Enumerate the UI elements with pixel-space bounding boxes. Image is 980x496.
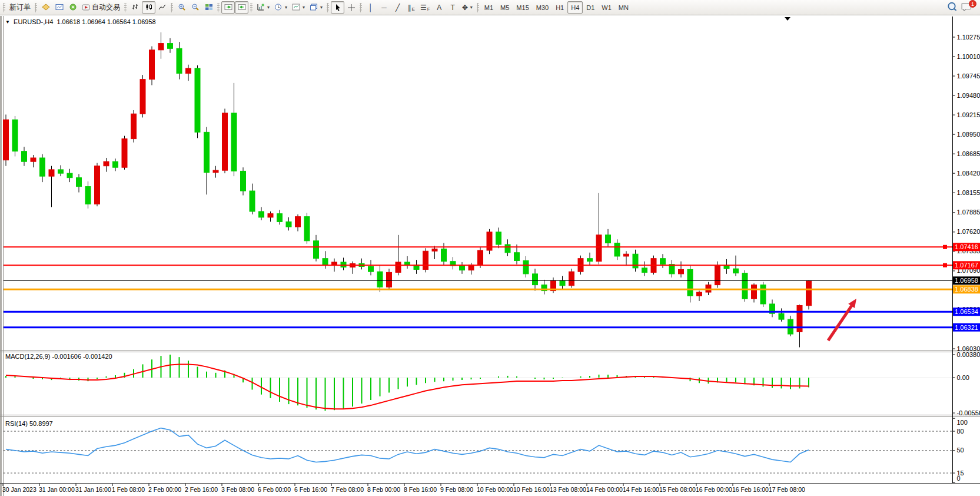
tile-windows-button[interactable]: [202, 1, 215, 14]
time-axis-label: 1 Feb 08:00: [112, 486, 145, 493]
toolbar-grip: [3, 3, 5, 12]
candlestick: [295, 217, 301, 227]
search-icon: [947, 2, 956, 11]
macd-scale-label: -0.005569: [957, 409, 980, 416]
price-badge-label: 1.07167: [955, 262, 978, 269]
notifications-button[interactable]: 1: [961, 2, 973, 13]
candlestick: [432, 249, 437, 252]
cursor-button[interactable]: [331, 1, 344, 14]
candlestick: [277, 214, 283, 222]
new-order-button[interactable]: 新订单: [7, 1, 33, 14]
candlestick: [204, 132, 210, 173]
profiles-icon: [310, 4, 318, 11]
line-chart-type-button[interactable]: [155, 1, 169, 14]
dropdown-caret-icon[interactable]: ▾: [285, 5, 287, 10]
signals-button[interactable]: [66, 1, 79, 14]
rsi-value: 50.8997: [29, 420, 53, 427]
market-watch-icon: [55, 4, 64, 11]
candlestick: [77, 178, 82, 187]
price-tick-label: 1.10275: [957, 34, 980, 41]
indicators-button[interactable]: ▾: [254, 1, 272, 14]
trend-arrow-annotation[interactable]: [828, 304, 853, 340]
timeframe-m1-button[interactable]: M1: [481, 1, 497, 14]
candlestick: [140, 80, 145, 114]
price-tick-label: 1.07885: [957, 209, 980, 216]
candlestick: [460, 266, 465, 270]
candlestick: [213, 170, 218, 173]
notification-badge: 1: [969, 0, 976, 8]
trendline-tool-button[interactable]: ╱: [391, 1, 404, 14]
label-tool-button[interactable]: T: [446, 1, 460, 14]
candlestick: [122, 139, 127, 168]
price-tick-label: 1.09480: [957, 92, 980, 99]
crosshair-icon: [347, 4, 356, 11]
dropdown-caret-icon[interactable]: ▾: [470, 5, 473, 10]
candlestick: [168, 44, 173, 49]
timeframe-h4-button[interactable]: H4: [567, 1, 583, 14]
candlestick: [387, 272, 392, 287]
chart-canvas[interactable]: 1.102751.100101.097451.094801.092151.089…: [0, 0, 980, 496]
zoom-in-button[interactable]: [175, 1, 188, 14]
chart-title[interactable]: ▼ EURUSD-,H4 1.06618 1.06964 1.06564 1.0…: [5, 18, 156, 25]
equidistant-channel-tool-button[interactable]: ∥E: [404, 1, 418, 14]
candlestick: [195, 68, 200, 132]
fibonacci-tool-button[interactable]: ☰F: [418, 1, 433, 14]
horizontal-line-tool-button[interactable]: ─: [377, 1, 391, 14]
bar-chart-type-button[interactable]: [128, 1, 142, 14]
crosshair-button[interactable]: [344, 1, 358, 14]
market-watch-button[interactable]: [52, 1, 66, 14]
candlestick: [332, 262, 337, 265]
time-axis-label: 16 Feb 00:00: [696, 486, 732, 493]
vertical-line-tool-button[interactable]: │: [364, 1, 377, 14]
candlestick: [487, 232, 492, 250]
chart-menu-icon[interactable]: ▼: [5, 19, 10, 25]
timeframe-d1-button[interactable]: D1: [583, 1, 598, 14]
timeframe-m30-button[interactable]: M30: [533, 1, 552, 14]
order-ticket-button[interactable]: [39, 1, 52, 14]
dropdown-caret-icon[interactable]: ▾: [267, 5, 270, 10]
macd-values: -0.001606 -0.001420: [52, 353, 112, 360]
candlestick: [423, 251, 428, 269]
candlestick: [733, 269, 739, 273]
time-axis-label: 2 Feb 00:00: [148, 486, 181, 493]
candlestick: [286, 221, 291, 227]
macd-scale-label: 0.003805: [957, 351, 980, 358]
timeframe-w1-button[interactable]: W1: [598, 1, 615, 14]
search-button[interactable]: [947, 2, 956, 13]
chart-shift-button[interactable]: [235, 1, 248, 14]
line-handle[interactable]: [943, 245, 947, 249]
timeframe-mn-button[interactable]: MN: [615, 1, 632, 14]
timeframe-m15-button[interactable]: M15: [513, 1, 532, 14]
zoom-out-button[interactable]: [188, 1, 202, 14]
chart-shift-marker[interactable]: [785, 17, 790, 21]
profiles-button[interactable]: ▾: [307, 1, 325, 14]
time-axis-label: 14 Feb 00:00: [586, 486, 623, 493]
dropdown-caret-icon[interactable]: ▾: [320, 5, 323, 10]
text-tool-button[interactable]: A: [433, 1, 446, 14]
order-ticket-icon: [42, 4, 50, 11]
candlestick: [85, 187, 91, 204]
line-handle[interactable]: [943, 263, 947, 267]
rsi-scale-label: 100: [957, 419, 968, 426]
auto-scroll-button[interactable]: [221, 1, 235, 14]
timeframe-h1-button[interactable]: H1: [552, 1, 567, 14]
price-tick-label: 1.08420: [957, 170, 980, 177]
price-tick-label: 1.08950: [957, 131, 980, 138]
candlestick: [222, 113, 228, 170]
candlestick: [150, 50, 155, 80]
candlestick: [752, 285, 757, 299]
arrows-tool-button[interactable]: ✥▾: [460, 1, 475, 14]
candlestick-type-button[interactable]: [142, 1, 155, 14]
toolbar-grip: [171, 3, 173, 12]
candlestick: [569, 272, 574, 286]
auto-trading-button[interactable]: 自动交易: [79, 1, 122, 14]
line-type-icon: [158, 4, 167, 11]
dropdown-caret-icon[interactable]: ▾: [303, 5, 305, 10]
periods-button[interactable]: ▾: [272, 1, 290, 14]
price-badge-label: 1.06838: [955, 286, 978, 293]
timeframe-m5-button[interactable]: M5: [497, 1, 513, 14]
candlestick: [642, 268, 647, 272]
candlestick: [533, 274, 538, 285]
time-axis-label: 3 Feb 08:00: [221, 486, 254, 493]
templates-button[interactable]: ▾: [290, 1, 307, 14]
